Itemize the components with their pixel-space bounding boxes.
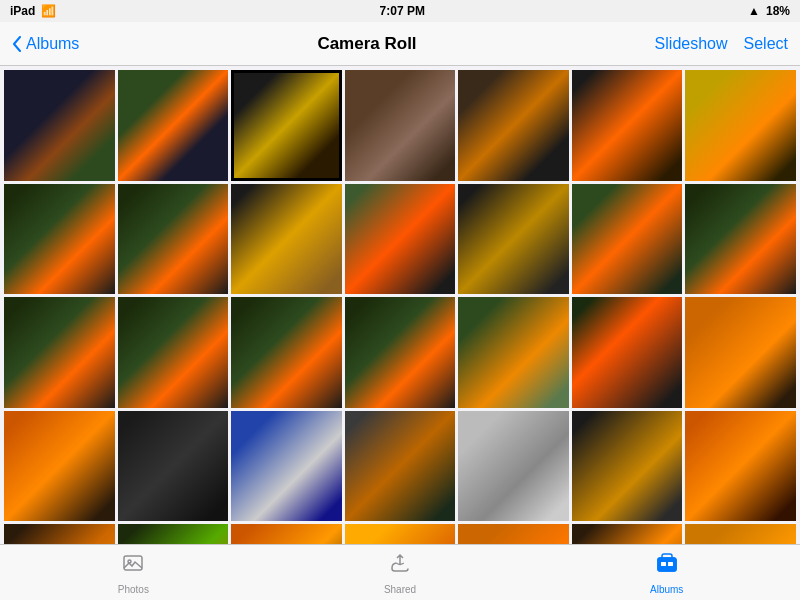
photo-thumbnail-29[interactable] [4, 524, 115, 544]
photo-thumbnail-14[interactable] [685, 184, 796, 295]
status-bar: iPad 📶 7:07 PM ▲ 18% [0, 0, 800, 22]
photo-thumbnail-23[interactable] [118, 411, 229, 522]
photo-thumbnail-18[interactable] [345, 297, 456, 408]
shared-tab-label: Shared [384, 584, 416, 595]
signal-icon: ▲ [748, 4, 760, 18]
photo-thumbnail-28[interactable] [685, 411, 796, 522]
photo-grid-container [0, 66, 800, 544]
photo-thumbnail-15[interactable] [4, 297, 115, 408]
albums-tab-label: Albums [650, 584, 683, 595]
tab-albums[interactable]: Albums [533, 551, 800, 595]
photo-thumbnail-9[interactable] [118, 184, 229, 295]
nav-actions: Slideshow Select [655, 35, 788, 53]
slideshow-button[interactable]: Slideshow [655, 35, 728, 53]
photo-thumbnail-10[interactable] [231, 184, 342, 295]
photo-thumbnail-13[interactable] [572, 184, 683, 295]
photo-thumbnail-16[interactable] [118, 297, 229, 408]
photos-tab-label: Photos [118, 584, 149, 595]
photo-thumbnail-3[interactable] [231, 70, 342, 181]
tab-photos[interactable]: Photos [0, 551, 267, 595]
status-right: ▲ 18% [748, 4, 790, 18]
svg-rect-4 [661, 562, 666, 566]
photo-thumbnail-4[interactable] [345, 70, 456, 181]
photo-thumbnail-32[interactable] [345, 524, 456, 544]
back-button[interactable]: Albums [12, 35, 79, 53]
photo-thumbnail-12[interactable] [458, 184, 569, 295]
nav-bar: Albums Camera Roll Slideshow Select [0, 22, 800, 66]
back-label: Albums [26, 35, 79, 53]
photo-thumbnail-17[interactable] [231, 297, 342, 408]
tab-bar: Photos Shared Albums [0, 544, 800, 600]
svg-rect-5 [668, 562, 673, 566]
svg-rect-0 [124, 556, 142, 570]
photo-grid [4, 70, 796, 544]
wifi-icon: 📶 [41, 4, 56, 18]
status-time: 7:07 PM [380, 4, 425, 18]
photo-thumbnail-20[interactable] [572, 297, 683, 408]
photo-thumbnail-6[interactable] [572, 70, 683, 181]
battery-label: 18% [766, 4, 790, 18]
select-button[interactable]: Select [744, 35, 788, 53]
photo-thumbnail-7[interactable] [685, 70, 796, 181]
photo-thumbnail-1[interactable] [4, 70, 115, 181]
photo-thumbnail-25[interactable] [345, 411, 456, 522]
photo-thumbnail-24[interactable] [231, 411, 342, 522]
photo-thumbnail-35[interactable] [685, 524, 796, 544]
photo-thumbnail-19[interactable] [458, 297, 569, 408]
carrier-label: iPad [10, 4, 35, 18]
photo-thumbnail-5[interactable] [458, 70, 569, 181]
photo-thumbnail-34[interactable] [572, 524, 683, 544]
shared-tab-icon [388, 551, 412, 581]
status-left: iPad 📶 [10, 4, 56, 18]
page-title: Camera Roll [317, 34, 416, 54]
photo-thumbnail-31[interactable] [231, 524, 342, 544]
photo-thumbnail-8[interactable] [4, 184, 115, 295]
photo-thumbnail-11[interactable] [345, 184, 456, 295]
photos-tab-icon [121, 551, 145, 581]
photo-thumbnail-22[interactable] [4, 411, 115, 522]
tab-shared[interactable]: Shared [267, 551, 534, 595]
photo-thumbnail-30[interactable] [118, 524, 229, 544]
photo-thumbnail-2[interactable] [118, 70, 229, 181]
svg-rect-3 [658, 558, 676, 571]
photo-thumbnail-33[interactable] [458, 524, 569, 544]
albums-tab-icon [655, 551, 679, 581]
photo-thumbnail-27[interactable] [572, 411, 683, 522]
photo-thumbnail-26[interactable] [458, 411, 569, 522]
photo-thumbnail-21[interactable] [685, 297, 796, 408]
